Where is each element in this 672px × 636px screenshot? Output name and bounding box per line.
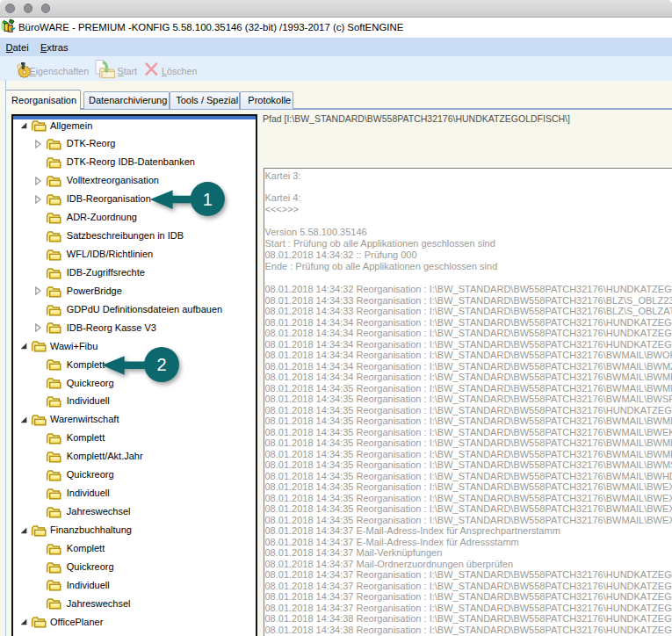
svg-text:1: 1 (203, 190, 213, 209)
svg-text:2: 2 (156, 355, 166, 374)
